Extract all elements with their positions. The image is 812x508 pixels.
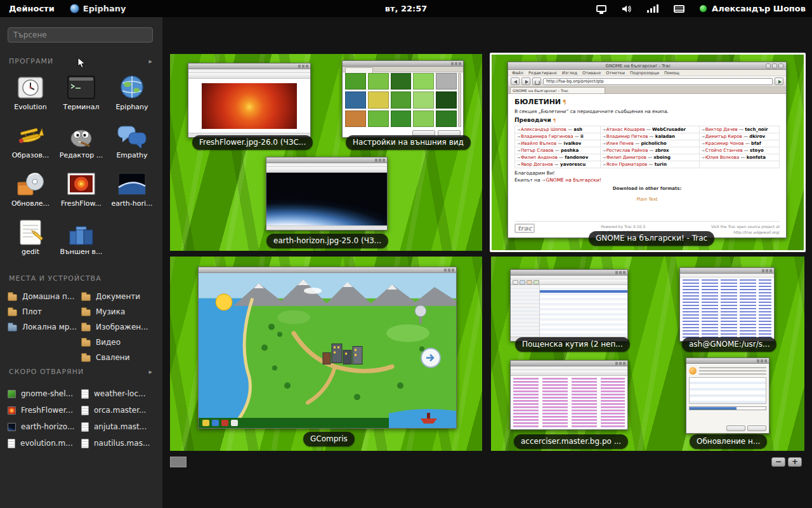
app-item-epiphany[interactable]: Epiphany <box>107 70 157 119</box>
plain-text-link[interactable]: Plain Text <box>636 197 657 202</box>
app-item-empathy[interactable]: Empathy <box>107 119 157 167</box>
translator-link[interactable]: Илия Пенев <box>603 141 634 146</box>
app-item-gcompris[interactable]: Образов... <box>5 119 56 167</box>
display-settings-icon[interactable] <box>596 5 606 12</box>
reload-button[interactable] <box>532 77 541 85</box>
translator-link[interactable]: Ивайло Вълков <box>517 141 556 146</box>
window-epiphany-trac[interactable]: GNOME на български! - Trac Файл Редактир… <box>508 62 787 238</box>
add-workspace-thumbnail[interactable] <box>170 457 187 467</box>
place-item-home[interactable]: Домашна п... <box>8 289 80 304</box>
user-menu[interactable]: Александър Шопов <box>700 4 806 13</box>
translator-link[interactable]: Юлия Волкова <box>702 155 740 160</box>
dialog-button[interactable] <box>747 425 766 431</box>
menu-view[interactable]: Изглед <box>562 70 577 76</box>
app-menu-button[interactable]: Epiphany <box>63 4 133 13</box>
place-item-documents[interactable]: Документи <box>81 289 154 304</box>
window-gedit-po-file[interactable] <box>510 360 628 430</box>
recent-expander-icon[interactable]: ▸ <box>148 368 152 376</box>
place-item-desktop[interactable]: Плот <box>8 304 80 319</box>
translator-link[interactable]: Петър Славов <box>517 148 553 153</box>
toolbar-button[interactable] <box>527 280 532 284</box>
recent-item[interactable]: gnome-shel... <box>8 385 80 402</box>
menu-tabs[interactable]: Подпрозорци <box>630 70 659 76</box>
app-item-freshflower[interactable]: FreshFlow... <box>56 167 107 215</box>
window-evolution-mail[interactable] <box>510 269 628 342</box>
search-input[interactable] <box>8 27 153 43</box>
translator-link[interactable]: Владимир Петков <box>603 134 648 139</box>
toolbar-button[interactable] <box>520 280 525 284</box>
translator-link[interactable]: Филип Андонов <box>517 155 558 160</box>
translator-link[interactable]: Димитър Киров <box>702 134 742 139</box>
zoom-out-button[interactable]: − <box>771 457 785 467</box>
recent-item[interactable]: nautilus.mas... <box>81 435 154 451</box>
recent-item[interactable]: orca.master... <box>81 402 154 418</box>
mouse-cursor <box>77 57 86 72</box>
window-buttons[interactable] <box>766 64 783 69</box>
translator-link[interactable]: Александър Шопов <box>517 127 566 132</box>
translator-nick: bfaf <box>743 141 761 146</box>
recent-item[interactable]: anjuta.mast... <box>81 418 154 435</box>
translator-link[interactable]: Филип Димитров <box>603 155 646 160</box>
back-button[interactable] <box>511 77 520 85</box>
network-signal-icon[interactable] <box>647 4 658 13</box>
go-button[interactable] <box>775 77 783 85</box>
recent-item[interactable]: earth-horizo... <box>8 418 80 435</box>
menu-edit[interactable]: Редактиране <box>528 70 557 76</box>
translator-link[interactable]: Атанас Кошарев <box>603 127 645 132</box>
translator-link[interactable]: Стойчо Станчев <box>702 148 743 153</box>
programs-expander-icon[interactable]: ▸ <box>148 57 152 65</box>
volume-icon[interactable] <box>622 4 632 13</box>
team-link[interactable]: GNOME на български! <box>542 177 601 183</box>
keyboard-indicator-icon[interactable] <box>674 5 684 13</box>
menu-bookmarks[interactable]: Отметки <box>606 70 625 76</box>
app-item-earth[interactable]: earth-hori... <box>107 167 157 215</box>
forward-button[interactable] <box>521 77 530 85</box>
window-freshflower-viewer[interactable] <box>188 63 311 138</box>
recent-item[interactable]: evolution.m... <box>8 435 80 451</box>
place-label: Документи <box>96 292 140 301</box>
menu-file[interactable]: Файл <box>512 70 523 76</box>
place-item-downloads[interactable]: Свалени <box>81 350 154 365</box>
window-update-manager[interactable] <box>686 358 769 434</box>
translator-link[interactable]: Красимир Чонов <box>702 141 744 146</box>
translator-link[interactable]: Владимира Гиргинова <box>517 134 573 139</box>
translator-link[interactable]: Явор Доганов <box>517 162 553 167</box>
translator-link[interactable]: Ростислав Райков <box>603 148 648 153</box>
recent-label: weather-loc... <box>94 389 145 398</box>
translator-link[interactable]: Виктор Дачев <box>702 127 738 132</box>
app-item-gedit[interactable]: gedit <box>5 215 56 264</box>
toolbar-button[interactable] <box>513 280 518 284</box>
recent-item[interactable]: FreshFlower... <box>8 402 80 418</box>
window-caption-gcompris: GCompris <box>303 432 355 446</box>
place-item-network[interactable]: Локална мр... <box>8 319 80 335</box>
window-gcompris[interactable] <box>198 267 457 429</box>
app-item-external[interactable]: Външен в... <box>56 215 107 264</box>
place-item-music[interactable]: Музика <box>81 304 154 319</box>
menu-go[interactable]: Отиване <box>582 70 601 76</box>
menu-help[interactable]: Помощ <box>664 70 679 76</box>
dialog-button[interactable] <box>726 425 745 431</box>
zoom-in-button[interactable]: + <box>788 457 802 467</box>
toolbar-button[interactable] <box>534 280 539 284</box>
address-bar[interactable]: http://fsa-bg.org/project/gtp <box>543 78 773 85</box>
app-item-updates[interactable]: Обновле... <box>5 167 56 215</box>
recent-label: gnome-shel... <box>21 389 73 398</box>
scrollbar[interactable] <box>458 73 461 127</box>
window-titlebar <box>199 267 456 273</box>
browser-tab[interactable]: GNOME на български! - Trac <box>510 87 605 93</box>
recent-label: nautilus.mas... <box>94 439 150 448</box>
table-row: Явор Догановyavorescu Ясен Праматаровtur… <box>515 161 780 168</box>
app-item-terminal[interactable]: Терминал <box>56 70 107 119</box>
window-earth-viewer[interactable] <box>266 157 388 231</box>
app-item-gimp[interactable]: Редактор ... <box>56 119 107 167</box>
clock[interactable]: вт, 22:57 <box>385 4 428 13</box>
activities-button[interactable]: Дейности <box>0 4 63 13</box>
place-item-pictures[interactable]: Изображен... <box>81 319 154 335</box>
translator-link[interactable]: Ясен Праматаров <box>603 162 648 167</box>
image-thumb-dark-icon <box>8 423 16 431</box>
window-terminal[interactable] <box>679 267 775 342</box>
place-item-videos[interactable]: Видео <box>81 335 154 350</box>
app-item-evolution[interactable]: Evolution <box>5 70 56 119</box>
recent-item[interactable]: weather-loc... <box>81 385 154 402</box>
window-appearance-settings[interactable] <box>342 60 464 138</box>
